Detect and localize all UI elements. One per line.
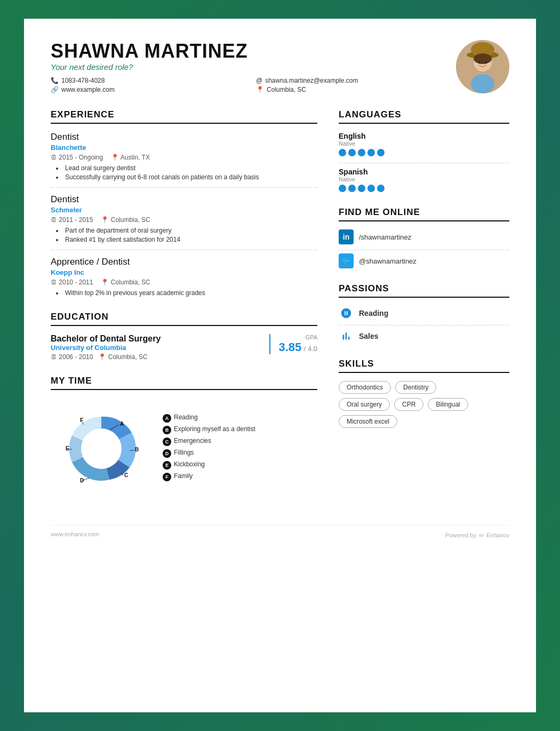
exp-location-0: 📍 Austin, TX xyxy=(111,154,150,161)
legend-letter-2: C xyxy=(163,438,171,446)
exp-divider-1 xyxy=(51,187,317,188)
edu-degree: Bachelor of Dental Surgery xyxy=(51,334,259,344)
brand-logo-icon: ∞ xyxy=(479,531,484,539)
languages-section: LANGUAGES English Native Spanish Nati xyxy=(339,109,509,192)
education-section: EDUCATION Bachelor of Dental Surgery Uni… xyxy=(51,312,317,361)
find-me-online-section: FIND ME ONLINE in /shawnamartinez 🐦 @sha… xyxy=(339,207,509,268)
legend-item-3: D Fillings xyxy=(163,449,255,458)
email-icon: @ xyxy=(256,77,262,84)
my-time-section: MY TIME xyxy=(51,376,317,499)
exp-bullets-0: Lead oral surgery dentist Successfully c… xyxy=(51,164,317,181)
right-column: LANGUAGES English Native Spanish Nati xyxy=(339,109,509,514)
skills-title: SKILLS xyxy=(339,359,509,373)
sales-icon xyxy=(339,329,354,344)
twitter-icon: 🐦 xyxy=(339,253,354,268)
experience-title: EXPERIENCE xyxy=(51,109,317,124)
experience-section: EXPERIENCE Dentist Blanchette 🗓 2015 - O… xyxy=(51,109,317,297)
location-contact: 📍 Columbia, SC xyxy=(256,86,456,93)
legend-item-5: F Family xyxy=(163,472,255,481)
exp-item-2: Apprentice / Dentist Koepp Inc 🗓 2010 - … xyxy=(51,257,317,297)
dot-0-4 xyxy=(377,149,385,156)
exp-dates-2: 🗓 2010 - 2011 xyxy=(51,279,93,286)
education-row: Bachelor of Dental Surgery University of… xyxy=(51,334,317,361)
passion-label-1: Sales xyxy=(359,332,379,340)
my-time-title: MY TIME xyxy=(51,376,317,390)
lang-dots-0 xyxy=(339,149,509,156)
social-item-1[interactable]: 🐦 @shawnamartinez xyxy=(339,253,509,268)
dot-0-0 xyxy=(339,149,346,156)
legend-label-4: Kickboxing xyxy=(174,460,205,468)
svg-text:E: E xyxy=(66,446,69,451)
skill-tag-1: Dentistry xyxy=(395,381,436,394)
social-item-0[interactable]: in /shawnamartinez xyxy=(339,229,509,244)
svg-text:B: B xyxy=(135,447,139,452)
exp-job-title-0: Dentist xyxy=(51,132,317,142)
legend-item-0: A Reading xyxy=(163,414,255,423)
skill-tag-2: Oral surgery xyxy=(339,398,390,411)
language-item-1: Spanish Native xyxy=(339,168,509,192)
exp-company-2: Koepp Inc xyxy=(51,268,317,276)
exp-bullets-1: Part of the department of oral surgery R… xyxy=(51,227,317,243)
linkedin-handle: /shawnamartinez xyxy=(359,233,411,241)
legend-label-0: Reading xyxy=(174,414,198,421)
skill-tag-4: Bilingual xyxy=(428,398,468,411)
svg-point-8 xyxy=(81,428,122,469)
passion-divider xyxy=(339,325,509,325)
skills-row-1: Orthodontics Dentistry xyxy=(339,381,509,394)
exp-bullet-1-1: Ranked #1 by client satisfaction for 201… xyxy=(56,236,317,243)
exp-bullet-1-0: Part of the department of oral surgery xyxy=(56,227,317,234)
exp-item-1: Dentist Schmeler 🗓 2011 - 2015 📍 Columbi… xyxy=(51,194,317,243)
legend-letter-4: E xyxy=(163,461,171,470)
edu-dates: 🗓 2006 - 2010 xyxy=(51,353,93,361)
lang-dots-1 xyxy=(339,185,509,192)
legend-item-1: B Exploring myself as a dentist xyxy=(163,425,255,434)
legend-label-5: Family xyxy=(174,472,193,480)
resume-container: SHAWNA MARTINEZ Your next desired role? … xyxy=(24,19,536,712)
svg-point-5 xyxy=(471,74,494,93)
main-content: EXPERIENCE Dentist Blanchette 🗓 2015 - O… xyxy=(51,109,509,514)
exp-bullet-0-1: Successfully carrying out 6-8 root canal… xyxy=(56,173,317,181)
gpa-label: GPA xyxy=(278,334,317,340)
legend-letter-0: A xyxy=(163,414,171,423)
education-gpa: GPA 3.85 / 4.0 xyxy=(269,334,317,354)
exp-job-title-1: Dentist xyxy=(51,194,317,205)
education-left: Bachelor of Dental Surgery University of… xyxy=(51,334,259,361)
legend-letter-3: D xyxy=(163,449,171,458)
gpa-value: 3.85 xyxy=(278,340,301,354)
exp-divider-2 xyxy=(51,250,317,250)
footer-brand: Powered by ∞ Enhancv xyxy=(445,531,509,539)
exp-dates-1: 🗓 2011 - 2015 xyxy=(51,216,93,224)
exp-dates-0: 🗓 2015 - Ongoing xyxy=(51,154,103,161)
header: SHAWNA MARTINEZ Your next desired role? … xyxy=(51,40,509,93)
exp-meta-1: 🗓 2011 - 2015 📍 Columbia, SC xyxy=(51,216,317,224)
donut-legend: A Reading B Exploring myself as a dentis… xyxy=(163,414,255,484)
passion-item-0: Reading xyxy=(339,306,509,321)
dot-1-1 xyxy=(348,185,356,192)
svg-point-7 xyxy=(485,61,487,63)
exp-company-0: Blanchette xyxy=(51,144,317,152)
resume-footer: www.enhancv.com Powered by ∞ Enhancv xyxy=(51,525,509,539)
edu-school: University of Columbia xyxy=(51,344,259,352)
dot-1-2 xyxy=(358,185,365,192)
website-icon: 🔗 xyxy=(51,86,59,93)
svg-text:A: A xyxy=(120,421,124,427)
gpa-max: / 4.0 xyxy=(304,345,317,353)
edu-meta: 🗓 2006 - 2010 📍 Columbia, SC xyxy=(51,353,259,361)
dot-1-0 xyxy=(339,185,346,192)
passions-section: PASSIONS Reading Sales xyxy=(339,283,509,344)
exp-bullet-0-0: Lead oral surgery dentist xyxy=(56,164,317,172)
my-time-content: A B C D E F xyxy=(51,398,317,499)
legend-item-4: E Kickboxing xyxy=(163,460,255,470)
skill-tag-0: Orthodontics xyxy=(339,381,391,394)
twitter-handle: @shawnamartinez xyxy=(359,257,417,265)
candidate-role: Your next desired role? xyxy=(51,62,456,71)
legend-label-3: Fillings xyxy=(174,449,194,456)
avatar xyxy=(456,40,509,93)
linkedin-icon: in xyxy=(339,229,354,244)
exp-bullets-2: Within top 2% in previous years academic… xyxy=(51,289,317,297)
passions-title: PASSIONS xyxy=(339,283,509,298)
passion-label-0: Reading xyxy=(359,309,388,317)
candidate-name: SHAWNA MARTINEZ xyxy=(51,40,456,62)
legend-letter-5: F xyxy=(163,473,171,481)
footer-website: www.enhancv.com xyxy=(51,531,99,539)
